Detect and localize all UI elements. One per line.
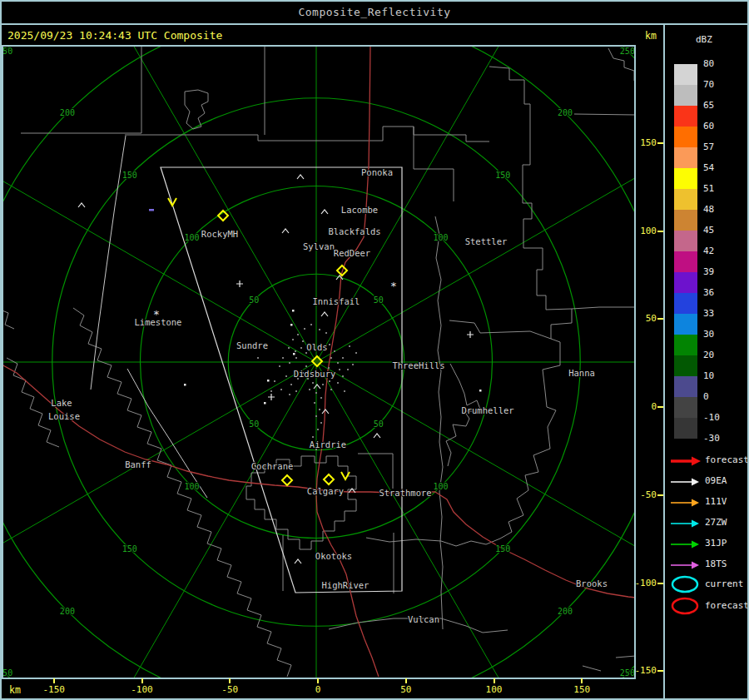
clutter-dot [295, 350, 296, 352]
clutter-dot [312, 436, 314, 438]
sector-edge-line [91, 136, 126, 390]
y-axis-tick-label: 0 [633, 401, 657, 412]
forecast-arrow-icon [669, 455, 702, 467]
ring-label-50: 50 [374, 295, 384, 305]
x-axis-unit-label: km [9, 684, 21, 696]
asterisk-marker: * [390, 280, 397, 292]
x-axis-tick-label: 100 [469, 684, 519, 695]
colorbar-cell [674, 251, 697, 272]
clutter-dot [305, 365, 307, 367]
point-marker [479, 390, 482, 392]
timestamp-label: 2025/09/23 10:24:43 UTC Composite [7, 29, 222, 42]
clutter-dot [352, 364, 354, 365]
city-label-innisfail: Innisfail [313, 296, 360, 306]
x-axis-tick [317, 678, 319, 683]
colorbar-label: -30 [703, 434, 737, 444]
city-label-louise: Louise [48, 411, 80, 421]
colorbar-cell [674, 210, 697, 231]
colorbar-label: 51 [703, 184, 737, 194]
city-label-hanna: Hanna [568, 368, 595, 378]
clutter-dot [280, 389, 282, 390]
clutter-dot [312, 382, 314, 384]
municipal-boundary [489, 67, 572, 539]
caret-marker [374, 434, 380, 438]
clutter-dot [314, 402, 315, 404]
city-label-cochrane: Cochrane [251, 461, 294, 471]
ring-label-250: 250 [620, 47, 635, 56]
storm-motion-arrow [168, 198, 176, 206]
city-label-calgary: Calgary [307, 486, 344, 496]
colorbar-label: 30 [703, 330, 737, 340]
x-axis-tick-label: -150 [29, 684, 79, 695]
colorbar-label: 65 [703, 101, 737, 111]
clutter-dot [355, 352, 357, 354]
point-marker [184, 384, 186, 386]
point-marker [264, 402, 266, 405]
city-label-highriver: HighRiver [322, 580, 370, 590]
city-label-limestone: Limestone [135, 317, 182, 327]
city-label-lacombe: Lacombe [341, 205, 378, 215]
clutter-dot [342, 375, 344, 377]
x-axis-tick [581, 678, 583, 683]
radar-map[interactable]: 5050505010010010010015015015015020020020… [2, 45, 636, 679]
point-marker [293, 353, 295, 355]
title-bar: Composite_Reflectivity [0, 0, 749, 23]
clutter-dot [330, 389, 332, 390]
colorbar-label: 42 [703, 246, 737, 256]
ring-label-150: 150 [495, 171, 510, 180]
x-axis-tick [53, 678, 55, 683]
panel-separator [663, 24, 665, 700]
arrow-head [692, 562, 699, 569]
city-label-reddeer: RedDeer [334, 248, 370, 258]
legend-arrow-glyph [669, 475, 702, 491]
colorbar-cell [674, 127, 697, 147]
y-axis-tick-label: 150 [633, 137, 657, 148]
city-label-airdrie: Airdrie [310, 439, 346, 449]
caret-marker [78, 203, 85, 207]
municipal-boundary [2, 310, 59, 447]
y-axis-tick-label: -150 [633, 665, 657, 676]
ring-label-100: 100 [184, 233, 199, 242]
colorbar-label: 33 [703, 309, 737, 319]
city-label-sundre: Sundre [236, 340, 268, 350]
colorbar-cell [674, 355, 697, 376]
legend-arrow-glyph [669, 559, 702, 574]
colorbar-cell [674, 106, 697, 127]
window-title: Composite_Reflectivity [298, 6, 450, 18]
ring-label-150: 150 [122, 171, 137, 180]
sector-edge-line [127, 369, 207, 498]
title-separator [0, 23, 749, 25]
storm-motion-arrow [341, 472, 350, 479]
colorbar-label: 36 [703, 288, 737, 298]
colorbar-label: 10 [703, 371, 737, 381]
city-label-olds: Olds [306, 342, 327, 352]
colorbar-label: 45 [703, 226, 737, 236]
colorbar-cell [674, 335, 697, 355]
31JP-arrow-icon [669, 539, 702, 550]
radar-app-window: Composite_Reflectivity 2025/09/23 10:24:… [0, 0, 749, 700]
y-axis-tick [657, 142, 663, 144]
legend-label-31jp: 31JP [705, 538, 727, 549]
city-label-blackfalds: Blackfalds [328, 226, 380, 236]
clutter-dot [337, 382, 339, 384]
clutter-dot [292, 339, 294, 340]
clutter-dot [319, 409, 320, 410]
municipal-boundary [125, 127, 489, 141]
clutter-dot [344, 390, 345, 392]
clutter-dot [270, 390, 272, 392]
municipal-boundary [572, 307, 636, 309]
clutter-dot [305, 352, 307, 354]
city-label-didsbury: Didsbury [294, 369, 336, 379]
clutter-dot [337, 362, 339, 364]
highway-line [2, 364, 435, 493]
colorbar-label: 54 [703, 163, 737, 173]
clutter-dot [290, 384, 292, 385]
clutter-dot [297, 334, 299, 335]
caret-marker [295, 559, 301, 563]
legend-label-forecast: forecast [705, 600, 749, 611]
x-axis-tick [494, 678, 495, 683]
municipal-boundary [21, 46, 141, 133]
legend-label-111v: 111V [705, 496, 727, 507]
arrow-head [692, 499, 699, 507]
clutter-dot [329, 344, 330, 345]
